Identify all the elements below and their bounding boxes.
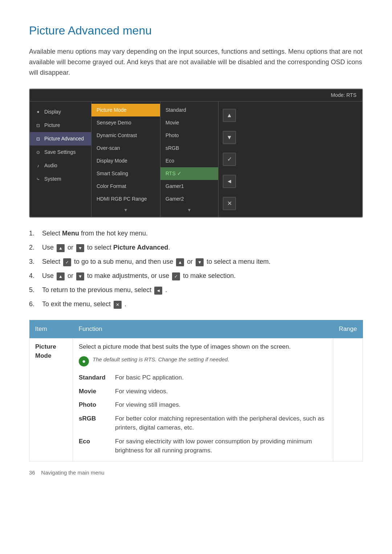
- osd-value-rts[interactable]: RTS ✓: [160, 167, 218, 180]
- osd-sidebar-item-picture-advanced[interactable]: ⊡ Picture Advanced: [30, 132, 91, 145]
- table-header-range: Range: [333, 320, 363, 338]
- osd-sidebar-item-picture[interactable]: ⊡ Picture: [30, 119, 91, 132]
- osd-sidebar-item-save-settings[interactable]: ⊙ Save Settings: [30, 145, 91, 159]
- osd-value-standard[interactable]: Standard: [160, 104, 218, 116]
- sub-item-srgb: sRGB For better color matching represent…: [79, 412, 327, 435]
- up-icon-3: ▲: [176, 258, 184, 266]
- step-5-text: To return to the previous menu, select ◄…: [42, 285, 167, 295]
- save-settings-icon: ⊙: [35, 149, 41, 156]
- check-icon-4: ✓: [172, 272, 180, 280]
- audio-icon: ♪: [35, 163, 41, 169]
- osd-menu-smart-scaling[interactable]: Smart Scaling: [91, 167, 160, 180]
- osd-menu-senseye-demo[interactable]: Senseye Demo: [91, 116, 160, 129]
- picture-advanced-icon: ⊡: [35, 136, 41, 142]
- osd-values-column: Standard Movie Photo sRGB Eco RTS ✓ Game…: [160, 102, 219, 217]
- note-icon: ●: [79, 356, 89, 366]
- table-range-picture-mode: [333, 338, 363, 461]
- sub-item-photo-desc: For viewing still images.: [115, 398, 327, 412]
- sub-item-eco-desc: For saving electricity with low power co…: [115, 435, 327, 457]
- step-6-num: 6.: [29, 299, 40, 309]
- picture-icon: ⊡: [35, 122, 41, 129]
- page-title: Picture Advanced menu: [29, 22, 363, 39]
- osd-sidebar-label-audio: Audio: [44, 162, 57, 169]
- down-icon-3: ▼: [196, 258, 204, 266]
- step-4-num: 4.: [29, 271, 40, 281]
- osd-menu-over-scan[interactable]: Over-scan: [91, 142, 160, 155]
- picture-mode-note: ● The default setting is RTS. Change the…: [79, 356, 327, 366]
- osd-menu-hdmi-rgb-pc-range[interactable]: HDMI RGB PC Range: [91, 193, 160, 205]
- osd-mode-bar: Mode: RTS: [30, 89, 362, 102]
- step-3-num: 3.: [29, 257, 40, 267]
- osd-sidebar: ✦ Display ⊡ Picture ⊡ Picture Advanced ⊙…: [30, 102, 91, 217]
- back-icon: ◄: [154, 287, 162, 295]
- step-2-num: 2.: [29, 243, 40, 253]
- osd-sidebar-item-display[interactable]: ✦ Display: [30, 105, 91, 119]
- up-icon-4: ▲: [57, 272, 65, 280]
- sub-item-photo-name: Photo: [79, 398, 115, 412]
- osd-value-eco[interactable]: Eco: [160, 155, 218, 167]
- osd-sidebar-item-system[interactable]: ⤷ System: [30, 172, 91, 186]
- step-4-text: Use ▲ or ▼ to make adjustments, or use ✓…: [42, 271, 236, 281]
- sub-item-eco-name: Eco: [79, 435, 115, 457]
- intro-paragraph: Available menu options may vary dependin…: [29, 46, 363, 78]
- osd-menu-color-format[interactable]: Color Format: [91, 180, 160, 193]
- osd-screen: Mode: RTS ✦ Display ⊡ Picture ⊡ Picture …: [29, 89, 363, 218]
- osd-body: ✦ Display ⊡ Picture ⊡ Picture Advanced ⊙…: [30, 102, 362, 217]
- osd-value-photo[interactable]: Photo: [160, 129, 218, 142]
- step-3-text: Select ✓ to go to a sub menu, and then u…: [42, 257, 270, 267]
- up-icon: ▲: [57, 244, 65, 252]
- osd-sidebar-item-audio[interactable]: ♪ Audio: [30, 159, 91, 172]
- sub-item-srgb-name: sRGB: [79, 412, 115, 435]
- table-row-picture-mode: PictureMode Select a picture mode that b…: [29, 338, 363, 461]
- sub-item-srgb-desc: For better color matching representation…: [115, 412, 327, 435]
- osd-btn-up[interactable]: ▲: [223, 109, 236, 122]
- osd-sidebar-label-display: Display: [44, 108, 61, 116]
- table-header-item: Item: [29, 320, 73, 338]
- osd-values-scroll-down: ▼: [160, 205, 218, 215]
- step-6-text: To exit the menu, select ✕ .: [42, 299, 126, 309]
- sub-item-standard-desc: For basic PC application.: [115, 371, 327, 385]
- osd-menu-display-mode[interactable]: Display Mode: [91, 155, 160, 167]
- sub-item-movie-desc: For viewing videos.: [115, 385, 327, 398]
- footer: 36 Navigating the main menu: [29, 469, 363, 477]
- down-icon: ▼: [76, 244, 84, 252]
- sub-item-movie: Movie For viewing videos.: [79, 385, 327, 398]
- step-5-num: 5.: [29, 285, 40, 295]
- function-table: Item Function Range PictureMode Select a…: [29, 320, 363, 461]
- osd-sidebar-label-picture: Picture: [44, 122, 60, 129]
- down-icon-4: ▼: [76, 272, 84, 280]
- osd-menu-picture-mode[interactable]: Picture Mode: [91, 104, 160, 116]
- sub-item-standard-name: Standard: [79, 371, 115, 385]
- osd-btn-down[interactable]: ▼: [223, 131, 236, 144]
- table-function-picture-mode: Select a picture mode that best suits th…: [73, 338, 333, 461]
- step-1-text: Select Menu from the hot key menu.: [42, 229, 148, 238]
- osd-value-gamer2[interactable]: Gamer2: [160, 193, 218, 205]
- osd-menu-column: Picture Mode Senseye Demo Dynamic Contra…: [91, 102, 160, 217]
- instruction-5: 5. To return to the previous menu, selec…: [29, 285, 363, 295]
- osd-btn-check[interactable]: ✓: [223, 153, 236, 166]
- osd-value-movie[interactable]: Movie: [160, 116, 218, 129]
- note-text: The default setting is RTS. Change the s…: [93, 356, 229, 364]
- sub-item-standard: Standard For basic PC application.: [79, 371, 327, 385]
- sub-item-movie-name: Movie: [79, 385, 115, 398]
- sub-item-photo: Photo For viewing still images.: [79, 398, 327, 412]
- osd-btn-close[interactable]: ✕: [223, 197, 236, 210]
- osd-menu-dynamic-contrast[interactable]: Dynamic Contrast: [91, 129, 160, 142]
- osd-value-srgb[interactable]: sRGB: [160, 142, 218, 155]
- osd-mode-label: Mode: RTS: [331, 92, 356, 98]
- osd-value-gamer1[interactable]: Gamer1: [160, 180, 218, 193]
- close-icon: ✕: [114, 301, 122, 309]
- check-icon-3: ✓: [63, 258, 71, 266]
- osd-btn-left[interactable]: ◄: [223, 175, 236, 188]
- picture-mode-sub-table: Standard For basic PC application. Movie…: [79, 371, 327, 457]
- instruction-4: 4. Use ▲ or ▼ to make adjustments, or us…: [29, 271, 363, 281]
- osd-sidebar-label-save-settings: Save Settings: [44, 148, 75, 156]
- instruction-6: 6. To exit the menu, select ✕ .: [29, 299, 363, 309]
- step-2-text: Use ▲ or ▼ to select Picture Advanced.: [42, 243, 170, 253]
- table-header-function: Function: [73, 320, 333, 338]
- instructions-section: 1. Select Menu from the hot key menu. 2.…: [29, 229, 363, 309]
- instruction-1: 1. Select Menu from the hot key menu.: [29, 229, 363, 238]
- osd-menu-scroll-down: ▼: [91, 205, 160, 215]
- osd-sidebar-label-picture-advanced: Picture Advanced: [44, 135, 84, 143]
- footer-page-num: 36: [29, 469, 35, 476]
